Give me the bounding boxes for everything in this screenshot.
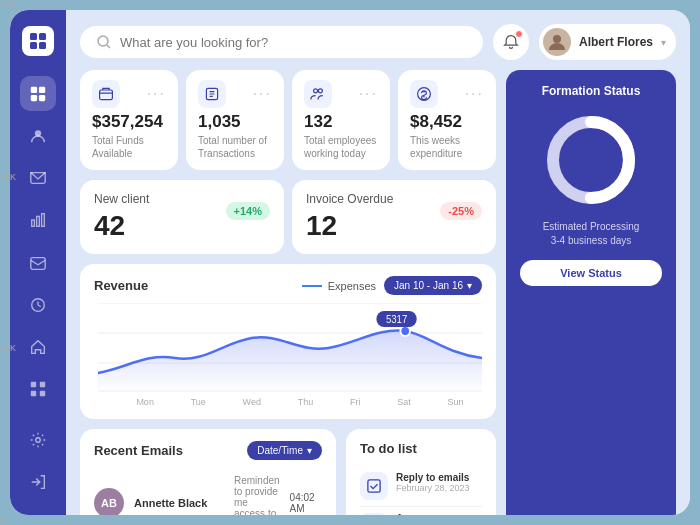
revenue-card: Revenue Expenses Jan 10 - Jan 16 ▾ — [80, 264, 496, 419]
user-profile[interactable]: Albert Flores ▾ — [539, 24, 676, 60]
expenditure-icon — [410, 80, 438, 108]
sidebar-item-settings[interactable] — [20, 422, 56, 456]
stat-label-expenditure: This weeksexpenditure — [410, 134, 484, 160]
sidebar — [10, 10, 66, 515]
svg-rect-6 — [31, 94, 37, 100]
todo-item-0: Reply to emails February 28, 2023 — [360, 466, 482, 507]
date-filter-button[interactable]: Date/Time ▾ — [247, 441, 322, 460]
svg-rect-15 — [40, 382, 45, 387]
invoice-badge: -25% — [440, 202, 482, 220]
svg-point-30 — [400, 326, 410, 336]
email-time-0: 04:02 AM — [290, 492, 322, 514]
svg-rect-21 — [100, 90, 113, 100]
legend-label: Expenses — [328, 280, 376, 292]
employees-icon — [304, 80, 332, 108]
notification-dot — [515, 30, 523, 38]
stat-value-expenditure: $8,452 — [410, 112, 484, 132]
stat-menu-funds[interactable]: ··· — [147, 85, 166, 103]
sidebar-item-logout[interactable] — [20, 465, 56, 499]
sidebar-item-home[interactable] — [20, 330, 56, 364]
date-range-picker[interactable]: Jan 10 - Jan 16 ▾ — [384, 276, 482, 295]
notification-button[interactable] — [493, 24, 529, 60]
stat-card-funds: ··· $357,254 Total FundsAvailable — [80, 70, 178, 170]
email-avatar-0: AB — [94, 488, 124, 516]
todo-title: To do list — [360, 441, 417, 456]
stat-value-funds: $357,254 — [92, 112, 166, 132]
new-client-value: 42 — [94, 210, 125, 242]
svg-rect-14 — [31, 382, 36, 387]
emails-title: Recent Emails — [94, 443, 183, 458]
main-content: Albert Flores ▾ ··· $357,25 — [66, 10, 690, 515]
todo-item-1: Arrange a meeting with Ronald May 20, 20… — [360, 507, 482, 515]
metrics-row: New client 42 +14% Invoice Overdue 12 -2… — [80, 180, 496, 254]
view-status-button[interactable]: View Status — [520, 260, 662, 286]
chart-x-labels: MonTueWedThuFriSatSun — [94, 397, 482, 407]
svg-rect-5 — [39, 86, 45, 92]
svg-text:5317: 5317 — [386, 314, 407, 325]
svg-rect-10 — [37, 217, 40, 227]
sidebar-item-mail[interactable] — [20, 245, 56, 279]
formation-description: Estimated Processing3-4 business days — [543, 220, 640, 248]
search-input[interactable] — [120, 35, 467, 50]
todo-icon-1 — [360, 513, 388, 515]
content-area: ··· $357,254 Total FundsAvailable ··· 1,… — [80, 70, 676, 515]
stat-menu-employees[interactable]: ··· — [359, 85, 378, 103]
user-name: Albert Flores — [579, 35, 653, 49]
sidebar-item-clock[interactable] — [20, 288, 56, 322]
metric-card-new-client: New client 42 +14% — [80, 180, 284, 254]
formation-card: Formation Status Estimated Processing3-4… — [506, 70, 676, 515]
svg-rect-12 — [31, 257, 45, 269]
right-column: Formation Status Estimated Processing3-4… — [506, 70, 676, 515]
svg-rect-7 — [39, 94, 45, 100]
svg-point-23 — [314, 89, 318, 93]
header: Albert Flores ▾ — [80, 24, 676, 60]
stat-label-employees: Total employeesworking today — [304, 134, 378, 160]
stats-row: ··· $357,254 Total FundsAvailable ··· 1,… — [80, 70, 496, 170]
sidebar-item-analytics[interactable] — [20, 203, 56, 237]
metric-card-invoice: Invoice Overdue 12 -25% — [292, 180, 496, 254]
chart-y-labels: 20K15K10K0 — [10, 10, 16, 515]
svg-rect-3 — [39, 42, 46, 49]
todo-date-0: February 28, 2023 — [396, 483, 470, 493]
svg-rect-1 — [39, 33, 46, 40]
filter-chevron: ▾ — [307, 445, 312, 456]
emails-card: Recent Emails Date/Time ▾ AB Annette Bla… — [80, 429, 336, 515]
svg-rect-2 — [30, 42, 37, 49]
left-column: ··· $357,254 Total FundsAvailable ··· 1,… — [80, 70, 496, 515]
date-range-chevron: ▾ — [467, 280, 472, 291]
sidebar-item-messages[interactable] — [20, 161, 56, 195]
sidebar-item-dashboard[interactable] — [20, 76, 56, 110]
wallet-icon — [92, 80, 120, 108]
stat-menu-expenditure[interactable]: ··· — [465, 85, 484, 103]
bottom-row: Recent Emails Date/Time ▾ AB Annette Bla… — [80, 429, 496, 515]
transactions-icon — [198, 80, 226, 108]
new-client-badge: +14% — [226, 202, 270, 220]
svg-rect-33 — [368, 480, 380, 492]
stat-card-transactions: ··· 1,035 Total number ofTransactions — [186, 70, 284, 170]
chevron-down-icon: ▾ — [661, 37, 666, 48]
svg-rect-17 — [40, 391, 45, 396]
svg-point-20 — [553, 35, 561, 43]
email-name-0: Annette Black — [134, 497, 224, 509]
sidebar-item-users[interactable] — [20, 119, 56, 153]
formation-title: Formation Status — [542, 84, 641, 98]
svg-point-25 — [418, 88, 431, 101]
app-logo — [22, 26, 54, 56]
invoice-value: 12 — [306, 210, 337, 242]
todo-text-1: Arrange a meeting with Ronald — [396, 513, 482, 515]
revenue-chart: 5317 — [98, 303, 482, 393]
svg-rect-11 — [42, 214, 45, 227]
svg-rect-0 — [30, 33, 37, 40]
search-bar[interactable] — [80, 26, 483, 58]
email-subject-0: Reminden to provide me access to file — [234, 475, 280, 515]
stat-value-employees: 132 — [304, 112, 378, 132]
sidebar-item-grid[interactable] — [20, 372, 56, 406]
stat-card-expenditure: ··· $8,452 This weeksexpenditure — [398, 70, 496, 170]
filter-label: Date/Time — [257, 445, 303, 456]
legend-line — [302, 285, 322, 287]
search-icon — [96, 34, 112, 50]
stat-value-transactions: 1,035 — [198, 112, 272, 132]
svg-point-19 — [98, 36, 108, 46]
stat-menu-transactions[interactable]: ··· — [253, 85, 272, 103]
avatar — [543, 28, 571, 56]
